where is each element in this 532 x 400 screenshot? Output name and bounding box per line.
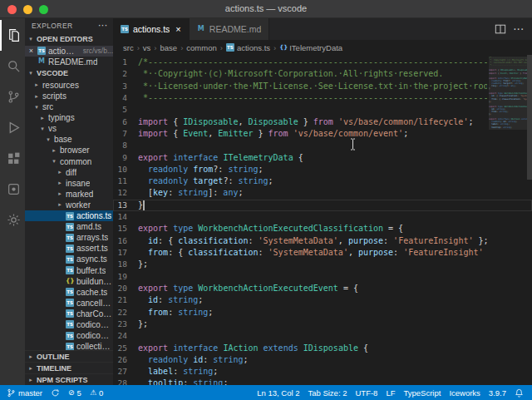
breadcrumb-item-ITelemetryData[interactable]: {}ITelemetryData xyxy=(279,43,342,52)
file-assert.ts[interactable]: TSassert.ts xyxy=(25,243,113,254)
file-async.ts[interactable]: TSasync.ts xyxy=(25,254,113,264)
code-line-13[interactable]: 13} xyxy=(113,200,532,211)
status-tab-size-2[interactable]: Tab Size: 2 xyxy=(308,388,347,398)
file-collections.ts[interactable]: TScollections.ts xyxy=(25,341,113,350)
code-line-23[interactable]: 23}; xyxy=(113,319,532,330)
open-editor-actions.ts[interactable]: ×TSactions.tssrc/vs/b... xyxy=(25,46,113,57)
breadcrumb-item-base[interactable]: base xyxy=(160,43,178,52)
code-line-4[interactable]: 4 *-------------------------------------… xyxy=(113,92,532,104)
folder-vs[interactable]: ▾vs xyxy=(25,123,113,134)
status-error[interactable]: ⊘5 xyxy=(68,388,81,398)
folder-insane[interactable]: ▸insane xyxy=(25,178,113,189)
status-sync[interactable] xyxy=(51,388,60,398)
file-codicon.ts[interactable]: TScodicon.ts xyxy=(25,319,113,330)
source-control-button[interactable] xyxy=(0,81,25,112)
search-button[interactable] xyxy=(0,51,25,81)
code-line-22[interactable]: 22 from: string; xyxy=(113,307,532,319)
status-3-9-7[interactable]: 3.9.7 xyxy=(489,388,506,398)
split-editor-icon[interactable] xyxy=(495,23,506,35)
code-line-25[interactable]: 25export interface IAction extends IDisp… xyxy=(113,343,532,354)
iceworks-button[interactable] xyxy=(0,174,25,205)
code-line-21[interactable]: 21 id: string; xyxy=(113,294,532,306)
code-line-15[interactable]: 15export type WorkbenchActionExecutedCla… xyxy=(113,223,532,235)
section-outline[interactable]: ▸OUTLINE xyxy=(25,350,113,362)
status-branch[interactable]: master xyxy=(7,388,42,398)
scrollbar-thumb[interactable] xyxy=(527,55,532,180)
run-debug-button[interactable] xyxy=(0,112,25,143)
file-charCode.ts[interactable]: TScharCode.ts xyxy=(25,309,113,319)
code-editor[interactable]: 1/*-------------------------------------… xyxy=(113,55,532,385)
file-buffer.ts[interactable]: TSbuffer.ts xyxy=(25,264,113,275)
code-line-28[interactable]: 28 tooltip: string; xyxy=(113,378,532,385)
folder-worker[interactable]: ▸worker xyxy=(25,200,113,210)
status-iceworks[interactable]: Iceworks xyxy=(449,388,480,398)
status-ln-13-col-2[interactable]: Ln 13, Col 2 xyxy=(257,388,299,398)
code-line-9[interactable]: 9export interface ITelemetryData { xyxy=(113,152,532,164)
file-cancellation.ts[interactable]: TScancellation.ts xyxy=(25,298,113,309)
code-line-11[interactable]: 11 readonly target?: string; xyxy=(113,175,532,187)
close-tab-icon[interactable]: × xyxy=(175,24,180,34)
code-line-5[interactable]: 5 xyxy=(113,104,532,116)
section-timeline[interactable]: ▸TIMELINE xyxy=(25,362,113,373)
folder-resources[interactable]: ▸resources xyxy=(25,80,113,91)
section-npm-scripts[interactable]: ▸NPM SCRIPTS xyxy=(25,373,113,385)
close-editor-icon[interactable]: × xyxy=(27,47,35,55)
code-line-8[interactable]: 8 xyxy=(113,140,532,151)
open-editor-README.md[interactable]: MREADME.md xyxy=(25,57,113,67)
code-line-12[interactable]: 12 [key: string]: any; xyxy=(113,187,532,199)
breadcrumb-item-common[interactable]: common xyxy=(186,43,216,52)
code-line-20[interactable]: 20export type WorkbenchActionExecutedEve… xyxy=(113,283,532,294)
breadcrumb-item-actions.ts[interactable]: TSactions.ts xyxy=(226,43,270,52)
file-arrays.ts[interactable]: TSarrays.ts xyxy=(25,232,113,243)
tab-actions.ts[interactable]: TSactions.ts× xyxy=(113,18,190,40)
folder-scripts[interactable]: ▸scripts xyxy=(25,91,113,101)
status-typescript[interactable]: TypeScript xyxy=(403,388,441,398)
code-line-1[interactable]: 1/*-------------------------------------… xyxy=(113,57,532,68)
explorer-more-actions-icon[interactable]: ··· xyxy=(99,22,109,30)
folder-browser[interactable]: ▸browser xyxy=(25,145,113,156)
code-line-19[interactable]: 19 xyxy=(113,271,532,283)
code-line-3[interactable]: 3 *··Licensed·under·the·MIT·License.·See… xyxy=(113,81,532,92)
code-line-2[interactable]: 2 *··Copyright·(c)·Microsoft·Corporation… xyxy=(113,68,532,80)
code-line-17[interactable]: 17 from: { classification: 'SystemMetaDa… xyxy=(113,247,532,259)
code-line-14[interactable]: 14 xyxy=(113,211,532,223)
notifications-bell-icon[interactable] xyxy=(515,388,524,398)
tab-README.md[interactable]: MREADME.md xyxy=(190,18,269,40)
file-actions.ts[interactable]: TSactions.ts xyxy=(25,210,113,221)
chevron-right-icon: ▸ xyxy=(33,93,40,100)
folder-marked[interactable]: ▸marked xyxy=(25,189,113,200)
minimap[interactable]: /*--------------------------------------… xyxy=(489,57,527,129)
workspace-header[interactable]: ▾ VSCODE xyxy=(25,67,113,80)
status-warning[interactable]: ⚠0 xyxy=(90,388,103,398)
file-codicons.ts[interactable]: TScodicons.ts xyxy=(25,330,113,341)
code-line-26[interactable]: 26 readonly id: string; xyxy=(113,354,532,366)
extensions-button[interactable] xyxy=(0,143,25,174)
code-line-16[interactable]: 16 id: { classification: 'SystemMetaData… xyxy=(113,235,532,247)
breadcrumb-item-src[interactable]: src xyxy=(123,43,134,52)
code-line-10[interactable]: 10 readonly from?: string; xyxy=(113,164,532,175)
status-utf-8[interactable]: UTF-8 xyxy=(355,388,377,398)
folder-src[interactable]: ▾src xyxy=(25,101,113,112)
folder-base[interactable]: ▾base xyxy=(25,134,113,145)
editor-scrollbar[interactable] xyxy=(527,55,532,385)
folder-typings[interactable]: ▸typings xyxy=(25,112,113,123)
status-lf[interactable]: LF xyxy=(386,388,395,398)
folder-common[interactable]: ▾common xyxy=(25,156,113,167)
code-line-24[interactable]: 24 xyxy=(113,330,532,342)
file-buildunit.json[interactable]: {}buildunit.json xyxy=(25,276,113,287)
settings-button[interactable] xyxy=(0,205,25,235)
code-line-7[interactable]: 7import { Event, Emitter } from 'vs/base… xyxy=(113,128,532,140)
explorer-button[interactable] xyxy=(0,20,25,51)
file-amd.ts[interactable]: TSamd.ts xyxy=(25,221,113,232)
explorer-title: EXPLORER xyxy=(32,22,73,30)
file-cache.ts[interactable]: TScache.ts xyxy=(25,287,113,298)
editor-more-actions-icon[interactable]: ··· xyxy=(514,25,525,34)
breadcrumb-item-vs[interactable]: vs xyxy=(143,43,151,52)
open-editors-header[interactable]: ▾ OPEN EDITORS xyxy=(25,33,113,46)
code-text: }; xyxy=(138,319,487,330)
code-line-18[interactable]: 18}; xyxy=(113,259,532,270)
code-line-27[interactable]: 27 label: string; xyxy=(113,366,532,378)
code-line-6[interactable]: 6import { IDisposable, Disposable } from… xyxy=(113,116,532,128)
open-editor-description: src/vs/b... xyxy=(83,47,113,55)
folder-diff[interactable]: ▸diff xyxy=(25,167,113,178)
